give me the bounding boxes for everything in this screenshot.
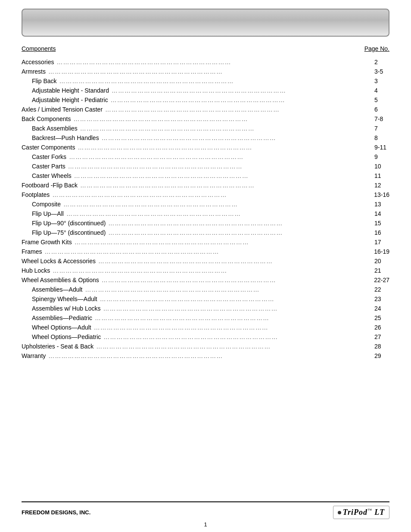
toc-label: Hub Locks [22, 267, 50, 274]
toc-page: 2 [374, 59, 389, 65]
toc-row: Assemblies—Adult ……………………………………………………………… [22, 286, 389, 295]
toc-label: Armrests [22, 68, 46, 75]
logo-dot [338, 511, 341, 514]
toc-label: Flip Up—90° (discontinued) [22, 220, 106, 227]
toc-dots: ……………………………………………………………………… [73, 115, 372, 122]
toc-dots: ……………………………………………………………………… [94, 324, 372, 331]
toc-table: Accessories ……………………………………………………………………… … [22, 58, 389, 361]
toc-row: Wheel Assemblies & Options …………………………………… [22, 276, 389, 286]
toc-page: 12 [374, 182, 389, 189]
toc-label: Flip Up—All [22, 210, 64, 217]
toc-page: 20 [374, 258, 389, 264]
toc-dots: ……………………………………………………………………… [74, 172, 372, 179]
toc-dots: ……………………………………………………………………… [108, 229, 372, 236]
toc-row: Hub Locks ……………………………………………………………………… 21 [22, 267, 389, 276]
toc-row: Footboard -Flip Back …………………………………………………… [22, 181, 389, 191]
toc-page: 4 [374, 87, 389, 94]
toc-dots: ……………………………………………………………………… [69, 153, 372, 160]
logo-lt: LT [374, 508, 385, 516]
page-wrapper: Components Page No. Accessories ……………………… [0, 0, 411, 532]
toc-row: Footplates ……………………………………………………………………… 1… [22, 191, 389, 200]
toc-page: 15 [374, 220, 389, 227]
toc-row: Caster Wheels ……………………………………………………………………… [22, 172, 389, 181]
toc-label: Assemblies w/ Hub Locks [22, 305, 101, 312]
toc-row: Wheel Options—Pediatric …………………………………………… [22, 333, 389, 342]
toc-label: Assemblies—Adult [22, 286, 83, 293]
toc-label: Accessories [22, 59, 54, 65]
toc-dots: ……………………………………………………………………… [100, 296, 372, 302]
toc-row: Caster Components …………………………………………………………… [22, 143, 389, 153]
header-banner [22, 9, 389, 37]
toc-row: Frames ……………………………………………………………………… 16-19 [22, 248, 389, 257]
toc-page: 10 [374, 163, 389, 170]
toc-dots: ……………………………………………………………………… [102, 134, 372, 141]
footer: FREEDOM DESIGNS, INC. TriPod™ LT [22, 501, 389, 519]
toc-row: Flip Up—90° (discontinued) …………………………………… [22, 219, 389, 229]
toc-row: Caster Parts ………………………………………………………………………… [22, 162, 389, 172]
toc-label: Caster Components [22, 144, 75, 151]
toc-row: Caster Forks ………………………………………………………………………… [22, 153, 389, 162]
toc-row: Wheel Locks & Accessories ……………………………………… [22, 257, 389, 267]
toc-dots: ……………………………………………………………………… [68, 163, 372, 170]
toc-dots: ……………………………………………………………………… [96, 343, 372, 350]
toc-label: Wheel Options—Pediatric [22, 333, 101, 340]
toc-row: Flip Up—All ……………………………………………………………………… … [22, 210, 389, 219]
toc-row: Warranty ……………………………………………………………………… 29 [22, 352, 389, 361]
toc-label: Warranty [22, 352, 46, 359]
toc-label: Upholsteries - Seat & Back [22, 343, 93, 350]
toc-row: Wheel Options—Adult ……………………………………………………… [22, 324, 389, 333]
toc-label: Footboard -Flip Back [22, 182, 78, 189]
toc-row: Back Assemblies ………………………………………………………………… [22, 124, 389, 134]
page-number: 1 [204, 521, 207, 528]
toc-row: Flip Back ……………………………………………………………………… 3 [22, 77, 389, 87]
toc-label: Assemblies—Pediatric [22, 314, 92, 321]
toc-row: Spinergy Wheels—Adult ………………………………………………… [22, 295, 389, 305]
toc-label: Frames [22, 248, 42, 255]
toc-label: Caster Parts [22, 163, 65, 170]
toc-dots: ……………………………………………………………………… [98, 258, 372, 264]
page-no-header: Page No. [364, 45, 389, 52]
toc-page: 28 [374, 343, 389, 350]
toc-page: 3-5 [374, 68, 389, 75]
toc-page: 14 [374, 210, 389, 217]
toc-page: 16-19 [374, 248, 389, 255]
toc-dots: ……………………………………………………………………… [48, 68, 372, 75]
toc-label: Flip Up—75° (discontinued) [22, 229, 106, 236]
toc-dots: ……………………………………………………………………… [78, 144, 372, 151]
company-name: FREEDOM DESIGNS, INC. [22, 509, 90, 516]
toc-page: 3 [374, 78, 389, 84]
toc-row: Assemblies w/ Hub Locks …………………………………………… [22, 305, 389, 314]
toc-row: Adjustable Height - Pediatric …………………………… [22, 96, 389, 106]
toc-row: Armrests ……………………………………………………………………… 3-5 [22, 68, 389, 77]
toc-dots: ……………………………………………………………………… [66, 210, 372, 217]
toc-page: 25 [374, 314, 389, 321]
toc-page: 13 [374, 201, 389, 208]
toc-dots: ……………………………………………………………………… [53, 267, 372, 274]
toc-label: Caster Forks [22, 153, 66, 160]
toc-dots: ……………………………………………………………………… [63, 201, 372, 208]
toc-row: Flip Up—75° (discontinued) …………………………………… [22, 229, 389, 238]
toc-page: 23 [374, 296, 389, 302]
toc-label: Back Components [22, 115, 71, 122]
toc-page: 7-8 [374, 115, 389, 122]
logo-pod: Pod [354, 508, 367, 516]
toc-page: 5 [374, 96, 389, 103]
toc-page: 16 [374, 229, 389, 236]
toc-dots: ……………………………………………………………………… [85, 286, 372, 293]
toc-row: Axles / Limited Tension Caster ………………………… [22, 106, 389, 115]
toc-page: 22-27 [374, 277, 389, 283]
logo-tm: ™ [367, 508, 372, 513]
toc-dots: ……………………………………………………………………… [59, 78, 372, 84]
toc-dots: ……………………………………………………………………… [102, 277, 371, 283]
toc-label: Wheel Assemblies & Options [22, 277, 99, 283]
toc-row: Assemblies—Pediatric …………………………………………………… [22, 314, 389, 324]
toc-dots: ……………………………………………………………………… [56, 59, 372, 65]
toc-page: 17 [374, 239, 389, 246]
components-header: Components [22, 45, 56, 52]
toc-label: Footplates [22, 191, 50, 198]
toc-label: Frame Growth Kits [22, 239, 72, 246]
toc-dots: ……………………………………………………………………… [52, 191, 371, 198]
toc-page: 24 [374, 305, 389, 312]
toc-dots: ……………………………………………………………………… [80, 182, 372, 189]
toc-dots: ……………………………………………………………………… [44, 248, 371, 255]
